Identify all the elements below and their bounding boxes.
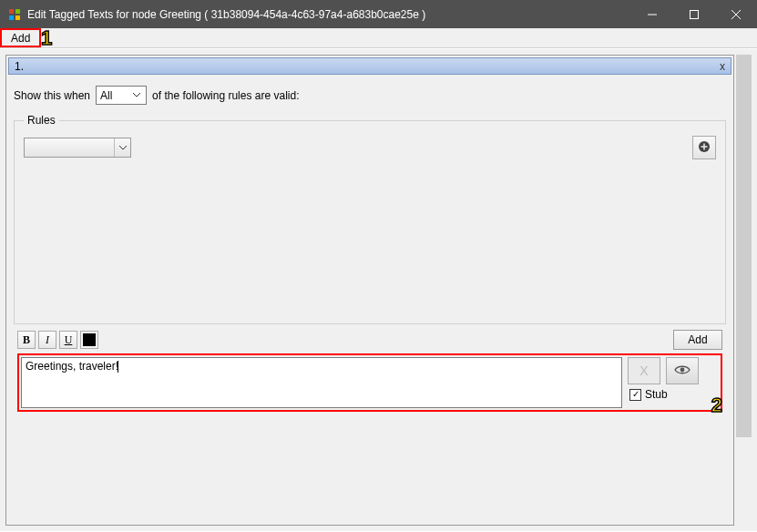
color-swatch-icon [83, 333, 96, 346]
maximize-button[interactable] [673, 0, 715, 28]
menu-bar: Add 1 [0, 28, 757, 48]
text-input-value: Greetings, traveler! [26, 360, 118, 373]
svg-rect-5 [691, 10, 699, 18]
preview-button[interactable] [666, 357, 699, 384]
text-entry-block: Greetings, traveler! X [17, 353, 722, 412]
section-body: Show this when All of the following rule… [6, 77, 733, 421]
bold-button[interactable]: B [17, 331, 36, 349]
italic-label: I [46, 333, 49, 347]
window-title: Edit Tagged Texts for node Greeting ( 31… [27, 8, 631, 21]
text-input[interactable]: Greetings, traveler! [21, 357, 622, 408]
close-button[interactable] [715, 0, 757, 28]
scroll-region: 1. x Show this when All of the following… [5, 55, 752, 526]
title-bar: Edit Tagged Texts for node Greeting ( 31… [0, 0, 757, 28]
svg-point-11 [680, 368, 685, 373]
stub-checkbox[interactable]: ✓ [629, 389, 641, 401]
x-icon: X [639, 363, 648, 378]
svg-rect-0 [9, 9, 14, 14]
svg-rect-3 [15, 15, 20, 20]
scrollbar-thumb[interactable] [736, 55, 752, 437]
rules-legend: Rules [24, 114, 59, 127]
add-menu-item[interactable]: Add 1 [0, 28, 41, 47]
text-side-controls: X [628, 357, 719, 408]
main-panel: 1. x Show this when All of the following… [5, 55, 734, 526]
app-icon [7, 7, 22, 22]
show-suffix-label: of the following rules are valid: [152, 89, 299, 102]
rules-fieldset: Rules [14, 114, 726, 324]
stub-row: ✓ Stub [628, 388, 719, 401]
show-this-when-row: Show this when All of the following rule… [14, 86, 726, 105]
section-header[interactable]: 1. x [8, 57, 731, 75]
text-caret [118, 361, 118, 373]
scrollbar-track [736, 55, 752, 526]
underline-label: U [65, 333, 73, 347]
text-color-button[interactable] [80, 331, 98, 349]
chevron-down-icon [129, 87, 144, 104]
text-side-buttons: X [628, 357, 719, 384]
section-close-icon[interactable]: x [720, 60, 725, 73]
delete-text-button[interactable]: X [628, 357, 660, 384]
italic-button[interactable]: I [38, 331, 56, 349]
client-area: 1. x Show this when All of the following… [0, 48, 757, 531]
section-number: 1. [15, 60, 720, 73]
rules-empty-area [24, 159, 716, 314]
chevron-down-icon [114, 138, 130, 157]
vertical-scrollbar[interactable] [736, 55, 752, 526]
bold-label: B [23, 333, 30, 347]
svg-rect-1 [15, 9, 20, 14]
add-text-button[interactable]: Add [673, 330, 722, 350]
rules-row [24, 136, 716, 159]
condition-mode-select[interactable]: All [96, 86, 147, 105]
rule-type-select[interactable] [24, 138, 131, 158]
check-icon: ✓ [632, 390, 639, 399]
underline-button[interactable]: U [59, 331, 77, 349]
stub-label: Stub [645, 388, 668, 401]
annotation-1: 1 [41, 28, 52, 48]
show-prefix-label: Show this when [14, 89, 90, 102]
eye-icon [674, 363, 691, 378]
window-controls [631, 0, 757, 28]
format-toolbar: B I U Add [14, 330, 726, 350]
add-menu-label: Add [11, 32, 30, 45]
add-text-label: Add [688, 333, 707, 346]
condition-mode-value: All [100, 89, 112, 102]
svg-rect-2 [9, 15, 14, 20]
minimize-button[interactable] [631, 0, 673, 28]
add-rule-button[interactable] [692, 136, 716, 159]
plus-circle-icon [698, 140, 711, 156]
